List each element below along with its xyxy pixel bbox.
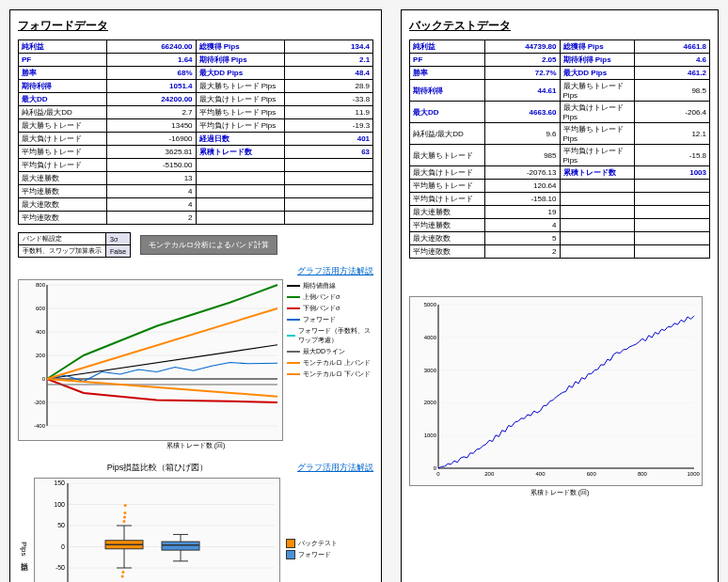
stat-label: 平均負けトレード Pips	[196, 119, 284, 133]
cfg-label: 手数料、スワップ加算表示	[19, 245, 106, 258]
stat-value: 11.9	[284, 106, 372, 119]
stat-value: 2	[484, 245, 560, 259]
svg-text:4000: 4000	[424, 335, 437, 340]
legend-item: 最大DDライン	[287, 347, 373, 356]
stat-label: 平均連勝数	[410, 219, 485, 232]
stat-value: 120.64	[484, 180, 560, 193]
svg-text:800: 800	[638, 471, 648, 477]
stat-value: 44739.80	[484, 40, 560, 54]
stat-label: 最大連敗数	[19, 198, 107, 212]
cfg-value: 3σ	[106, 233, 131, 245]
stat-value	[284, 159, 372, 172]
stat-value: 1.64	[107, 54, 196, 67]
stat-value: -16900	[107, 133, 196, 146]
stat-value: 24200.00	[107, 93, 196, 106]
stat-value: 19	[484, 206, 560, 219]
legend-item: 上側バンドσ	[287, 292, 373, 302]
stat-label	[560, 219, 635, 232]
stat-label: 期待利得 Pips	[560, 54, 635, 67]
stat-label: PF	[410, 54, 485, 67]
svg-text:200: 200	[36, 353, 46, 358]
stat-label: 最大DD	[410, 102, 485, 123]
stat-label	[196, 172, 284, 185]
stat-label: 純利益/最大DD	[19, 106, 107, 119]
stat-value: 72.7%	[484, 67, 560, 80]
stat-label: 平均負けトレード Pips	[560, 145, 635, 166]
svg-text:400: 400	[536, 471, 546, 477]
svg-text:150: 150	[54, 480, 65, 486]
stat-value: 4661.8	[635, 40, 710, 54]
backtest-xlabel: 累積トレード数 (回)	[409, 488, 710, 497]
svg-text:600: 600	[587, 471, 597, 477]
stat-label: 最大負けトレード	[19, 133, 107, 146]
legend-item: フォワード（手数料、スワップ考慮）	[287, 326, 373, 345]
stat-value: -15.8	[635, 145, 710, 166]
chart-help-link-1[interactable]: グラフ活用方法解説	[18, 265, 373, 277]
svg-text:800: 800	[36, 282, 46, 288]
stat-label: 平均連勝数	[19, 185, 107, 198]
band-xlabel: 累積トレード数 (回)	[18, 441, 373, 450]
boxplot-legend: バックテストフォワード	[286, 537, 338, 561]
stat-value: 4	[107, 198, 196, 212]
legend-item: フォワード	[287, 315, 373, 324]
stat-label: 期待利得	[410, 80, 485, 102]
forward-panel: フォワードデータ 純利益66240.00総獲得 Pips134.4PF1.64期…	[9, 9, 382, 582]
svg-text:-200: -200	[34, 400, 46, 405]
stat-label: 経過日数	[196, 133, 284, 146]
svg-point-16	[123, 516, 126, 519]
svg-text:0: 0	[42, 376, 46, 382]
stat-label: 最大負けトレード Pips	[196, 93, 284, 106]
stat-value: 68%	[107, 67, 196, 80]
stat-value: 2.7	[107, 106, 196, 119]
stat-label: 平均負けトレード	[410, 193, 485, 206]
legend-item: 下側バンドσ	[287, 304, 373, 313]
svg-text:600: 600	[36, 306, 46, 311]
forward-stats-table: 純利益66240.00総獲得 Pips134.4PF1.64期待利得 Pips2…	[18, 39, 373, 225]
stat-value	[635, 219, 710, 232]
stat-label: 純利益/最大DD	[410, 123, 485, 145]
stat-value: 5	[484, 232, 560, 245]
boxplot-title: Pips損益比較（箱ひげ図）	[18, 462, 297, 474]
stat-value	[635, 180, 710, 193]
stat-value: 3625.81	[107, 146, 196, 159]
stat-value: 28.9	[284, 80, 372, 93]
stat-value	[635, 245, 710, 259]
stat-label: 最大DD Pips	[196, 67, 284, 80]
stat-value: 2	[107, 212, 196, 225]
backtest-panel: バックテストデータ 純利益44739.80総獲得 Pips4661.8PF2.0…	[401, 9, 719, 582]
svg-text:5000: 5000	[424, 302, 437, 307]
stat-label: 平均勝ちトレード	[19, 146, 107, 159]
stat-label: 最大負けトレード	[410, 166, 485, 180]
legend-item: 期待値曲線	[287, 281, 373, 291]
config-table: バンド幅設定3σ手数料、スワップ加算表示False	[18, 232, 131, 258]
stat-label	[560, 245, 635, 259]
stat-value: 63	[284, 146, 372, 159]
stat-value: 9.6	[484, 123, 560, 145]
stat-value: 98.5	[635, 80, 710, 102]
legend-item: フォワード	[286, 550, 338, 559]
cfg-value: False	[106, 245, 131, 258]
stat-value: -206.4	[635, 102, 710, 123]
montecarlo-button[interactable]: モンテカルロ分析によるバンド計算	[140, 235, 277, 255]
stat-label: 平均連敗数	[19, 212, 107, 225]
backtest-stats-table: 純利益44739.80総獲得 Pips4661.8PF2.05期待利得 Pips…	[409, 39, 710, 259]
stat-value: 985	[484, 145, 560, 166]
stat-label: 純利益	[19, 40, 107, 54]
stat-label: 累積トレード数	[196, 146, 284, 159]
stat-value: -5150.00	[107, 159, 196, 172]
stat-label: 最大連勝数	[410, 206, 485, 219]
chart-help-link-2[interactable]: グラフ活用方法解説	[297, 462, 373, 474]
stat-value: -19.3	[284, 119, 372, 133]
svg-text:2000: 2000	[424, 400, 437, 405]
boxplot-ylabel: Pips損益	[18, 542, 28, 557]
stat-value	[284, 212, 372, 225]
stat-value: 44.61	[484, 80, 560, 102]
stat-label	[196, 212, 284, 225]
legend-item: モンテカルロ 上バンド	[287, 358, 373, 368]
stat-value: -158.10	[484, 193, 560, 206]
stat-value: 4	[484, 219, 560, 232]
stat-value: 401	[284, 133, 372, 146]
stat-label: 平均勝ちトレード Pips	[560, 123, 635, 145]
stat-label: 勝率	[19, 67, 107, 80]
stat-label	[196, 198, 284, 212]
